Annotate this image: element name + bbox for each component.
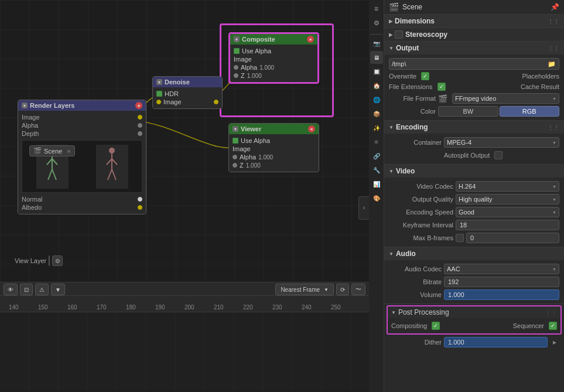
keyframe-row: Keyframe Interval 18	[384, 219, 564, 231]
volume-value[interactable]: 1.000	[444, 289, 559, 300]
viewer-z-socket[interactable]	[233, 163, 237, 168]
video-codec-dropdown[interactable]: H.264	[456, 181, 559, 192]
output-header[interactable]: ▼ Output ⋮⋮	[384, 42, 564, 54]
prop-tab-output[interactable]: 🖥	[370, 51, 383, 64]
scene-selector[interactable]: 🎬 Scene ×	[29, 145, 75, 156]
node-denoise[interactable]: ▼ Denoise HDR Image	[152, 76, 223, 109]
prop-tab-world[interactable]: 🌐	[370, 93, 383, 106]
output-content: /tmp\ 📁 Overwrite ✓ Placeholders File Ex…	[384, 54, 564, 120]
dimensions-header[interactable]: ▶ Dimensions ⋮⋮	[384, 15, 564, 28]
render-layers-collapse[interactable]: ▼	[22, 103, 28, 108]
stereoscopy-header[interactable]: ▶ Stereoscopy	[384, 28, 564, 41]
view-layer-dropdown[interactable]	[49, 255, 50, 266]
denoise-input-socket[interactable]	[156, 100, 161, 104]
render-layers-normal-socket[interactable]	[138, 197, 142, 202]
denoise-output-socket[interactable]	[214, 100, 218, 104]
bframes-check[interactable]	[456, 234, 464, 242]
post-proc-options[interactable]: ⋮⋮	[545, 309, 557, 316]
composite-close[interactable]: ×	[307, 36, 314, 43]
toolbar-view-btn[interactable]: 👁	[4, 284, 18, 295]
autosplit-check[interactable]	[494, 151, 503, 159]
viewer-use-alpha-check[interactable]	[233, 138, 238, 144]
composite-header: ▼ Composite ×	[230, 34, 317, 45]
render-layers-image-socket[interactable]	[138, 115, 142, 120]
viewer-z-value: 1.000	[246, 162, 261, 169]
file-format-dropdown[interactable]: FFmpeg video	[452, 93, 559, 104]
nearest-frame-select[interactable]: Nearest Frame ▼	[275, 284, 334, 295]
color-rgb-btn[interactable]: RGB	[500, 106, 560, 117]
keyframe-value[interactable]: 18	[456, 220, 559, 230]
render-layers-albedo-socket[interactable]	[138, 205, 142, 210]
composite-z-value: 1.000	[247, 73, 262, 79]
dither-value[interactable]: 1.000	[444, 337, 548, 347]
render-layers-alpha-socket[interactable]	[138, 123, 142, 128]
viewer-use-alpha-row: Use Alpha	[229, 137, 319, 145]
composite-z-socket[interactable]	[234, 73, 238, 78]
bitrate-value[interactable]: 192	[444, 277, 559, 287]
scene-close[interactable]: ×	[67, 148, 70, 155]
audio-header[interactable]: ▼ Audio	[384, 247, 564, 260]
render-layers-depth-socket[interactable]	[138, 131, 142, 136]
output-options[interactable]: ⋮⋮	[548, 45, 559, 52]
prop-tab-physics[interactable]: ⚛	[370, 135, 383, 148]
node-editor[interactable]: ▼ Render Layers × Image Alpha Depth	[0, 0, 369, 392]
compositing-check[interactable]: ✓	[432, 322, 440, 330]
color-bw-btn[interactable]: BW	[438, 106, 498, 117]
video-header[interactable]: ▼ Video	[384, 165, 564, 178]
bframes-value[interactable]: 0	[466, 233, 559, 243]
node-viewer[interactable]: ▼ Viewer × Use Alpha Image Alpha 1.000 Z…	[228, 123, 319, 172]
file-ext-label: File Extensions	[389, 83, 433, 90]
node-render-layers[interactable]: ▼ Render Layers × Image Alpha Depth	[18, 100, 146, 214]
cache-result-label: Cache Result	[521, 83, 559, 90]
toolbar-graph-btn[interactable]: 〜	[351, 284, 365, 295]
post-processing-header[interactable]: ▼ Post Processing ⋮⋮	[388, 306, 560, 318]
panel-collapse-btn[interactable]: ‹	[358, 196, 369, 220]
prop-tab-constraints[interactable]: 🔗	[370, 149, 383, 162]
composite-collapse[interactable]: ▼	[234, 36, 240, 42]
viewer-close[interactable]: ×	[308, 125, 315, 132]
prop-header-icon[interactable]: ≡	[370, 2, 383, 15]
dither-chevron[interactable]: ▶	[550, 337, 559, 347]
toolbar-sync-btn[interactable]: ⟳	[336, 284, 349, 295]
prop-tab-object[interactable]: 📦	[370, 107, 383, 120]
container-dropdown[interactable]: MPEG-4	[444, 137, 559, 148]
prop-tab-particles[interactable]: ✨	[370, 121, 383, 134]
viewer-alpha-socket[interactable]	[233, 155, 237, 159]
prop-tab-material[interactable]: 🎨	[370, 192, 383, 204]
prop-tab-modifiers[interactable]: 🔧	[370, 163, 383, 176]
output-quality-dropdown[interactable]: High quality	[456, 194, 559, 204]
audio-codec-dropdown[interactable]: AAC	[444, 264, 559, 274]
denoise-title: Denoise	[165, 79, 190, 86]
preview-figure2	[103, 146, 121, 187]
stereo-check[interactable]	[395, 30, 403, 39]
dimensions-options[interactable]: ⋮⋮	[548, 18, 559, 25]
browse-folder-btn[interactable]: 📁	[547, 59, 556, 69]
composite-use-alpha-check[interactable]	[234, 48, 240, 54]
prop-tab-scene[interactable]: 🏠	[370, 79, 383, 92]
prop-tool-icon1[interactable]: ⚙	[370, 16, 383, 29]
video-codec-value: H.264	[459, 183, 476, 190]
prop-tab-data[interactable]: 📊	[370, 178, 383, 190]
viewer-collapse[interactable]: ▼	[233, 126, 238, 132]
encoding-header[interactable]: ▼ Encoding ⋮⋮	[384, 121, 564, 134]
pin-btn[interactable]: 📌	[551, 3, 559, 11]
encoding-options[interactable]: ⋮⋮	[548, 124, 559, 131]
encoding-speed-dropdown[interactable]: Good	[456, 207, 559, 217]
view-layer-settings-btn[interactable]: ⚙	[52, 255, 63, 266]
anim-strip[interactable]	[0, 312, 369, 391]
file-ext-check[interactable]: ✓	[437, 83, 446, 91]
dimensions-label: Dimensions	[395, 17, 435, 25]
toolbar-add-btn[interactable]: ⚠	[35, 284, 49, 295]
denoise-collapse[interactable]: ▼	[156, 79, 162, 85]
denoise-hdr-check[interactable]	[156, 91, 162, 97]
node-composite[interactable]: ▼ Composite × Use Alpha Image Alpha 1.00…	[228, 32, 319, 84]
render-layers-close[interactable]: ×	[135, 102, 142, 109]
sequencer-check[interactable]: ✓	[549, 322, 557, 330]
output-path-bar[interactable]: /tmp\ 📁	[389, 58, 559, 70]
overwrite-check[interactable]: ✓	[421, 72, 429, 80]
toolbar-select-btn[interactable]: ⊡	[20, 284, 33, 295]
toolbar-filter-btn[interactable]: ▼	[51, 284, 65, 295]
composite-alpha-socket[interactable]	[234, 65, 238, 70]
prop-tab-viewlayer[interactable]: 🔲	[370, 65, 383, 78]
prop-tab-render[interactable]: 📷	[370, 37, 383, 50]
